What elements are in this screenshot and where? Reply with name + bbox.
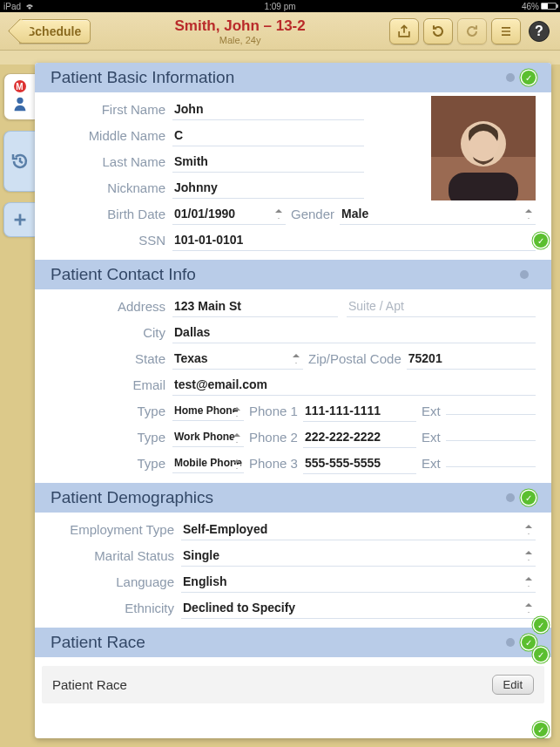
content-panel: Patient Basic Information ✓: [35, 63, 551, 738]
select-employment[interactable]: Self-Employed: [181, 519, 536, 540]
input-nickname[interactable]: Johnny: [172, 177, 364, 199]
share-button[interactable]: [389, 18, 419, 44]
label-ext1: Ext: [416, 404, 446, 418]
row-ethnicity: Ethnicity Declined to Specify: [35, 594, 551, 621]
battery-icon: [541, 3, 557, 10]
label-first-name: First Name: [51, 102, 172, 117]
label-marital: Marital Status: [51, 548, 181, 563]
input-last-name[interactable]: Smith: [172, 151, 364, 173]
list-icon: [497, 23, 515, 40]
input-phone1[interactable]: 111-111-1111: [303, 400, 416, 422]
label-state: State: [51, 351, 172, 366]
input-phone2[interactable]: 222-222-2222: [303, 426, 416, 448]
row-city: City Dallas: [35, 319, 551, 345]
list-button[interactable]: [491, 18, 521, 44]
select-type3[interactable]: Mobile Phone: [172, 453, 244, 473]
help-label: ?: [535, 24, 543, 39]
row-first-name: First Name John: [35, 96, 551, 122]
patient-title: Smith, John – 13-2: [96, 17, 384, 35]
back-button[interactable]: Schedule: [19, 19, 91, 44]
label-zip: Zip/Postal Code: [303, 351, 407, 366]
patient-subtitle: Male, 24y: [96, 35, 384, 45]
section-contact-title: Patient Contact Info: [51, 265, 520, 284]
input-ext3[interactable]: [446, 459, 536, 467]
section-header-demographics[interactable]: Patient Demographics ✓: [35, 483, 551, 513]
status-bar: iPad 1:09 pm 46%: [0, 0, 560, 12]
check-icon: ✓: [522, 491, 536, 505]
select-state[interactable]: Texas: [172, 348, 303, 370]
side-check-icon: ✓: [534, 234, 548, 248]
section-race-title: Patient Race: [51, 633, 506, 652]
history-icon: [10, 151, 30, 172]
alert-badge-icon: M: [14, 80, 26, 92]
input-ssn[interactable]: 101-01-0101: [172, 229, 536, 251]
input-phone3[interactable]: 555-555-5555: [303, 452, 416, 474]
undo-icon: [429, 23, 447, 40]
label-phone1: Phone 1: [244, 404, 303, 418]
side-check-icon: ✓: [534, 723, 548, 737]
row-email: Email test@email.com: [35, 371, 551, 397]
select-language[interactable]: English: [181, 571, 536, 593]
row-middle-name: Middle Name C: [35, 122, 551, 148]
section-header-contact[interactable]: Patient Contact Info: [35, 260, 551, 289]
input-ext2[interactable]: [446, 433, 536, 441]
label-last-name: Last Name: [51, 154, 172, 169]
rail-tab-patient[interactable]: M: [3, 73, 35, 120]
label-ethnicity: Ethnicity: [51, 601, 181, 615]
rail-tab-add[interactable]: [3, 202, 35, 237]
label-phone3: Phone 3: [244, 456, 303, 471]
row-nickname: Nickname Johnny: [35, 174, 551, 200]
section-header-race[interactable]: Patient Race ✓: [35, 628, 551, 657]
row-state-zip: State Texas Zip/Postal Code 75201: [35, 345, 551, 371]
label-gender: Gender: [286, 207, 340, 221]
status-dot: [506, 493, 515, 502]
check-icon: ✓: [522, 71, 536, 85]
section-header-basic[interactable]: Patient Basic Information ✓: [35, 63, 551, 92]
input-email[interactable]: test@email.com: [172, 374, 536, 396]
input-suite[interactable]: Suite / Apt: [347, 295, 536, 317]
input-middle-name[interactable]: C: [172, 125, 364, 146]
label-address: Address: [51, 299, 172, 314]
input-zip[interactable]: 75201: [407, 348, 536, 370]
input-address[interactable]: 123 Main St: [172, 295, 338, 317]
left-rail: M: [3, 73, 35, 237]
label-ext2: Ext: [416, 430, 446, 445]
select-marital[interactable]: Single: [181, 545, 536, 567]
back-label: Schedule: [27, 24, 81, 38]
row-birth-gender: Birth Date 01/01/1990 Gender Male: [35, 200, 551, 227]
label-type2: Type: [51, 430, 172, 445]
rail-tab-history[interactable]: [3, 131, 35, 192]
label-middle-name: Middle Name: [51, 128, 172, 143]
label-employment: Employment Type: [51, 522, 181, 537]
label-email: Email: [51, 377, 172, 392]
input-city[interactable]: Dallas: [172, 322, 536, 343]
redo-button[interactable]: [457, 18, 487, 44]
row-ssn: SSN 101-01-0101: [35, 227, 551, 253]
row-address: Address 123 Main St Suite / Apt: [35, 293, 551, 319]
select-ethnicity[interactable]: Declined to Specify: [181, 597, 536, 619]
label-language: Language: [51, 574, 181, 589]
row-phone3: Type Mobile Phone Phone 3 555-555-5555 E…: [35, 450, 551, 476]
status-dot: [520, 270, 529, 279]
edit-button[interactable]: Edit: [492, 675, 534, 695]
label-nickname: Nickname: [51, 180, 172, 195]
row-marital: Marital Status Single: [35, 542, 551, 568]
redo-icon: [463, 23, 481, 40]
label-phone2: Phone 2: [244, 430, 303, 445]
select-birthdate[interactable]: 01/01/1990: [172, 203, 286, 225]
side-check-icon: ✓: [534, 618, 548, 632]
toolbar: Schedule Smith, John – 13-2 Male, 24y ?: [0, 12, 560, 51]
input-first-name[interactable]: John: [172, 98, 364, 120]
race-row-label: Patient Race: [52, 677, 492, 692]
label-type1: Type: [51, 404, 172, 418]
toolbar-title-block: Smith, John – 13-2 Male, 24y: [96, 17, 384, 45]
row-phone1: Type Home Phone Phone 1 111-111-1111 Ext: [35, 397, 551, 424]
select-type2[interactable]: Work Phone: [172, 427, 244, 447]
select-gender[interactable]: Male: [340, 203, 536, 225]
undo-button[interactable]: [423, 18, 453, 44]
input-ext1[interactable]: [446, 407, 536, 415]
help-button[interactable]: ?: [529, 21, 550, 42]
label-ext3: Ext: [416, 456, 446, 471]
plus-icon: [10, 210, 30, 229]
select-type1[interactable]: Home Phone: [172, 401, 244, 421]
